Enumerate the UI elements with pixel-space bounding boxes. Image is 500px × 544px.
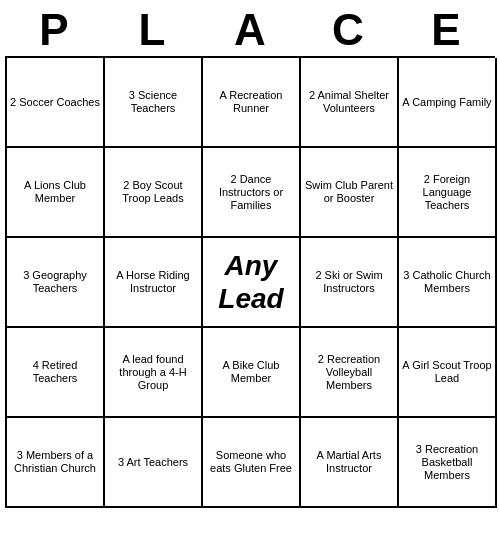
bingo-grid: 2 Soccer Coaches3 Science TeachersA Recr…: [5, 56, 495, 508]
bingo-cell-8[interactable]: Swim Club Parent or Booster: [301, 148, 399, 238]
header-letter-c: C: [299, 4, 397, 56]
header-letter-a: A: [201, 4, 299, 56]
bingo-cell-6[interactable]: 2 Boy Scout Troop Leads: [105, 148, 203, 238]
bingo-cell-4[interactable]: A Camping Family: [399, 58, 497, 148]
bingo-cell-18[interactable]: 2 Recreation Volleyball Members: [301, 328, 399, 418]
bingo-cell-21[interactable]: 3 Art Teachers: [105, 418, 203, 508]
bingo-cell-5[interactable]: A Lions Club Member: [7, 148, 105, 238]
bingo-cell-14[interactable]: 3 Catholic Church Members: [399, 238, 497, 328]
header-letter-e: E: [397, 4, 495, 56]
bingo-cell-0[interactable]: 2 Soccer Coaches: [7, 58, 105, 148]
bingo-cell-19[interactable]: A Girl Scout Troop Lead: [399, 328, 497, 418]
bingo-cell-1[interactable]: 3 Science Teachers: [105, 58, 203, 148]
bingo-cell-9[interactable]: 2 Foreign Language Teachers: [399, 148, 497, 238]
bingo-cell-10[interactable]: 3 Geography Teachers: [7, 238, 105, 328]
bingo-cell-17[interactable]: A Bike Club Member: [203, 328, 301, 418]
header-row: PLACE: [5, 4, 495, 56]
bingo-cell-16[interactable]: A lead found through a 4-H Group: [105, 328, 203, 418]
bingo-cell-13[interactable]: 2 Ski or Swim Instructors: [301, 238, 399, 328]
bingo-cell-12[interactable]: Any Lead: [203, 238, 301, 328]
bingo-card: PLACE 2 Soccer Coaches3 Science Teachers…: [5, 4, 495, 508]
bingo-cell-23[interactable]: A Martial Arts Instructor: [301, 418, 399, 508]
bingo-cell-2[interactable]: A Recreation Runner: [203, 58, 301, 148]
bingo-cell-11[interactable]: A Horse Riding Instructor: [105, 238, 203, 328]
bingo-cell-7[interactable]: 2 Dance Instructors or Families: [203, 148, 301, 238]
bingo-cell-22[interactable]: Someone who eats Gluten Free: [203, 418, 301, 508]
bingo-cell-3[interactable]: 2 Animal Shelter Volunteers: [301, 58, 399, 148]
bingo-cell-20[interactable]: 3 Members of a Christian Church: [7, 418, 105, 508]
bingo-cell-24[interactable]: 3 Recreation Basketball Members: [399, 418, 497, 508]
header-letter-p: P: [5, 4, 103, 56]
header-letter-l: L: [103, 4, 201, 56]
bingo-cell-15[interactable]: 4 Retired Teachers: [7, 328, 105, 418]
